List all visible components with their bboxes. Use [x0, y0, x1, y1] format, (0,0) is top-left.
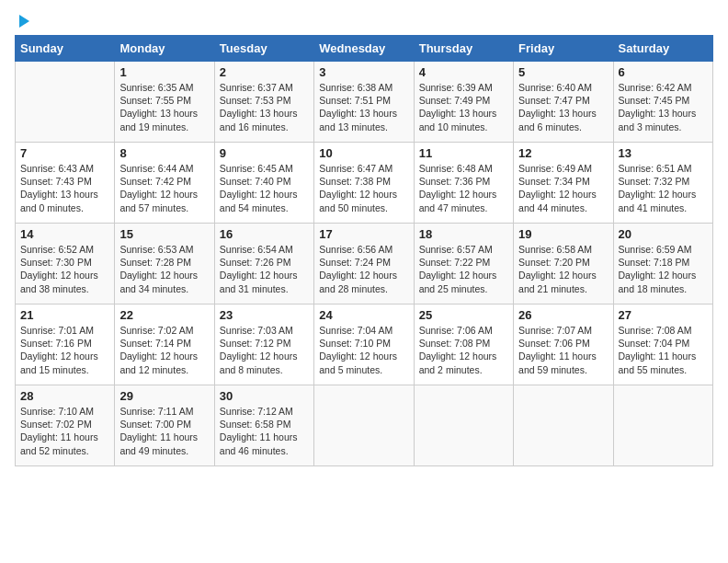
calendar-cell	[314, 385, 414, 466]
calendar-cell: 27Sunrise: 7:08 AM Sunset: 7:04 PM Dayli…	[613, 304, 712, 385]
day-number: 18	[419, 227, 508, 241]
day-number: 3	[319, 65, 408, 79]
logo-arrow-icon	[19, 15, 29, 28]
day-info: Sunrise: 6:57 AM Sunset: 7:22 PM Dayligh…	[419, 243, 508, 295]
day-info: Sunrise: 6:43 AM Sunset: 7:43 PM Dayligh…	[20, 162, 109, 214]
calendar-cell	[613, 385, 712, 466]
day-number: 10	[319, 146, 408, 160]
calendar-cell: 28Sunrise: 7:10 AM Sunset: 7:02 PM Dayli…	[16, 385, 115, 466]
day-number: 13	[619, 146, 708, 160]
calendar-cell: 2Sunrise: 6:37 AM Sunset: 7:53 PM Daylig…	[214, 62, 313, 143]
calendar-cell: 1Sunrise: 6:35 AM Sunset: 7:55 PM Daylig…	[115, 62, 214, 143]
logo-blue	[15, 15, 29, 28]
day-info: Sunrise: 6:56 AM Sunset: 7:24 PM Dayligh…	[319, 243, 408, 295]
day-info: Sunrise: 7:08 AM Sunset: 7:04 PM Dayligh…	[619, 324, 708, 376]
day-info: Sunrise: 6:54 AM Sunset: 7:26 PM Dayligh…	[220, 243, 309, 295]
day-info: Sunrise: 7:06 AM Sunset: 7:08 PM Dayligh…	[419, 324, 508, 376]
calendar-week-1: 1Sunrise: 6:35 AM Sunset: 7:55 PM Daylig…	[16, 62, 713, 143]
day-number: 5	[518, 65, 608, 79]
day-info: Sunrise: 6:38 AM Sunset: 7:51 PM Dayligh…	[319, 81, 408, 133]
calendar-cell: 4Sunrise: 6:39 AM Sunset: 7:49 PM Daylig…	[414, 62, 513, 143]
col-header-saturday: Saturday	[613, 36, 712, 62]
day-info: Sunrise: 6:47 AM Sunset: 7:38 PM Dayligh…	[319, 162, 408, 214]
calendar-cell: 16Sunrise: 6:54 AM Sunset: 7:26 PM Dayli…	[214, 224, 313, 304]
day-info: Sunrise: 7:10 AM Sunset: 7:02 PM Dayligh…	[20, 405, 109, 457]
day-number: 29	[119, 389, 209, 403]
col-header-sunday: Sunday	[16, 36, 115, 62]
calendar-header-row: SundayMondayTuesdayWednesdayThursdayFrid…	[16, 36, 713, 62]
page-header	[15, 15, 713, 28]
calendar-cell: 18Sunrise: 6:57 AM Sunset: 7:22 PM Dayli…	[414, 224, 513, 304]
calendar-cell	[514, 385, 613, 466]
day-number: 11	[419, 146, 508, 160]
col-header-wednesday: Wednesday	[314, 36, 414, 62]
day-number: 24	[319, 308, 408, 322]
calendar-cell	[414, 385, 513, 466]
day-info: Sunrise: 7:11 AM Sunset: 7:00 PM Dayligh…	[119, 405, 209, 457]
day-info: Sunrise: 6:44 AM Sunset: 7:42 PM Dayligh…	[119, 162, 209, 214]
calendar-cell: 23Sunrise: 7:03 AM Sunset: 7:12 PM Dayli…	[214, 304, 313, 385]
calendar-cell	[16, 62, 115, 143]
day-number: 15	[119, 227, 209, 241]
calendar-week-2: 7Sunrise: 6:43 AM Sunset: 7:43 PM Daylig…	[16, 143, 713, 224]
day-number: 16	[220, 227, 309, 241]
day-number: 20	[619, 227, 708, 241]
day-number: 23	[220, 308, 309, 322]
day-number: 30	[220, 389, 309, 403]
day-info: Sunrise: 6:59 AM Sunset: 7:18 PM Dayligh…	[619, 243, 708, 295]
calendar-cell: 9Sunrise: 6:45 AM Sunset: 7:40 PM Daylig…	[214, 143, 313, 224]
day-info: Sunrise: 6:37 AM Sunset: 7:53 PM Dayligh…	[220, 81, 309, 133]
day-info: Sunrise: 6:52 AM Sunset: 7:30 PM Dayligh…	[20, 243, 109, 295]
day-number: 1	[119, 65, 209, 79]
calendar-cell: 22Sunrise: 7:02 AM Sunset: 7:14 PM Dayli…	[115, 304, 214, 385]
day-number: 2	[220, 65, 309, 79]
day-info: Sunrise: 6:48 AM Sunset: 7:36 PM Dayligh…	[419, 162, 508, 214]
day-number: 17	[319, 227, 408, 241]
day-info: Sunrise: 7:04 AM Sunset: 7:10 PM Dayligh…	[319, 324, 408, 376]
day-info: Sunrise: 6:39 AM Sunset: 7:49 PM Dayligh…	[419, 81, 508, 133]
calendar-cell: 21Sunrise: 7:01 AM Sunset: 7:16 PM Dayli…	[16, 304, 115, 385]
day-info: Sunrise: 7:02 AM Sunset: 7:14 PM Dayligh…	[119, 324, 209, 376]
day-info: Sunrise: 6:42 AM Sunset: 7:45 PM Dayligh…	[619, 81, 708, 133]
day-number: 26	[518, 308, 608, 322]
col-header-friday: Friday	[514, 36, 613, 62]
calendar-cell: 20Sunrise: 6:59 AM Sunset: 7:18 PM Dayli…	[613, 224, 712, 304]
calendar-cell: 14Sunrise: 6:52 AM Sunset: 7:30 PM Dayli…	[16, 224, 115, 304]
col-header-thursday: Thursday	[414, 36, 513, 62]
calendar-cell: 24Sunrise: 7:04 AM Sunset: 7:10 PM Dayli…	[314, 304, 414, 385]
calendar-cell: 12Sunrise: 6:49 AM Sunset: 7:34 PM Dayli…	[514, 143, 613, 224]
calendar-cell: 26Sunrise: 7:07 AM Sunset: 7:06 PM Dayli…	[514, 304, 613, 385]
day-number: 25	[419, 308, 508, 322]
day-info: Sunrise: 7:12 AM Sunset: 6:58 PM Dayligh…	[220, 405, 309, 457]
day-info: Sunrise: 6:51 AM Sunset: 7:32 PM Dayligh…	[619, 162, 708, 214]
calendar-cell: 11Sunrise: 6:48 AM Sunset: 7:36 PM Dayli…	[414, 143, 513, 224]
calendar-cell: 17Sunrise: 6:56 AM Sunset: 7:24 PM Dayli…	[314, 224, 414, 304]
day-number: 19	[518, 227, 608, 241]
day-info: Sunrise: 6:35 AM Sunset: 7:55 PM Dayligh…	[119, 81, 209, 133]
calendar-cell: 5Sunrise: 6:40 AM Sunset: 7:47 PM Daylig…	[514, 62, 613, 143]
day-info: Sunrise: 6:49 AM Sunset: 7:34 PM Dayligh…	[518, 162, 608, 214]
calendar-cell: 3Sunrise: 6:38 AM Sunset: 7:51 PM Daylig…	[314, 62, 414, 143]
day-number: 12	[518, 146, 608, 160]
day-info: Sunrise: 7:03 AM Sunset: 7:12 PM Dayligh…	[220, 324, 309, 376]
calendar-cell: 6Sunrise: 6:42 AM Sunset: 7:45 PM Daylig…	[613, 62, 712, 143]
day-info: Sunrise: 6:58 AM Sunset: 7:20 PM Dayligh…	[518, 243, 608, 295]
day-info: Sunrise: 6:53 AM Sunset: 7:28 PM Dayligh…	[119, 243, 209, 295]
day-number: 21	[20, 308, 109, 322]
day-info: Sunrise: 7:07 AM Sunset: 7:06 PM Dayligh…	[518, 324, 608, 376]
calendar-cell: 13Sunrise: 6:51 AM Sunset: 7:32 PM Dayli…	[613, 143, 712, 224]
calendar-week-3: 14Sunrise: 6:52 AM Sunset: 7:30 PM Dayli…	[16, 224, 713, 304]
day-number: 4	[419, 65, 508, 79]
calendar-cell: 7Sunrise: 6:43 AM Sunset: 7:43 PM Daylig…	[16, 143, 115, 224]
logo	[15, 15, 29, 28]
calendar-cell: 8Sunrise: 6:44 AM Sunset: 7:42 PM Daylig…	[115, 143, 214, 224]
calendar-week-5: 28Sunrise: 7:10 AM Sunset: 7:02 PM Dayli…	[16, 385, 713, 466]
day-info: Sunrise: 7:01 AM Sunset: 7:16 PM Dayligh…	[20, 324, 109, 376]
day-number: 28	[20, 389, 109, 403]
calendar-cell: 15Sunrise: 6:53 AM Sunset: 7:28 PM Dayli…	[115, 224, 214, 304]
calendar-cell: 10Sunrise: 6:47 AM Sunset: 7:38 PM Dayli…	[314, 143, 414, 224]
col-header-monday: Monday	[115, 36, 214, 62]
day-number: 6	[619, 65, 708, 79]
day-number: 8	[119, 146, 209, 160]
calendar-cell: 25Sunrise: 7:06 AM Sunset: 7:08 PM Dayli…	[414, 304, 513, 385]
